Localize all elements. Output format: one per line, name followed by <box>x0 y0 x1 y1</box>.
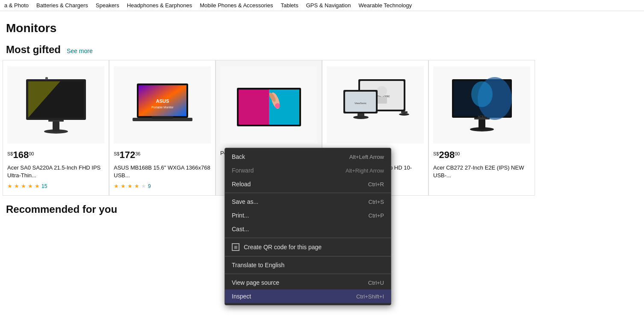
nav-item-mobile[interactable]: Mobile Phones & Accessories <box>200 2 273 9</box>
svg-point-20 <box>275 103 280 108</box>
nav-bar: a & Photo Batteries & Chargers Speakers … <box>0 0 644 11</box>
svg-rect-14 <box>152 116 173 119</box>
product-image-3 <box>220 66 317 143</box>
context-menu-save-label: Save as... <box>232 198 258 205</box>
context-menu-print-label: Print... <box>232 212 249 219</box>
section-title: Most gifted <box>6 44 61 56</box>
nav-item-tablets[interactable]: Tablets <box>281 2 298 9</box>
nav-item-photo[interactable]: a & Photo <box>4 2 29 9</box>
svg-rect-38 <box>474 118 490 119</box>
product-image-4: ViewSonic ViewSonic <box>327 66 424 143</box>
svg-text:ASUS: ASUS <box>156 98 169 104</box>
context-menu-reload[interactable]: Reload Ctrl+R <box>225 177 391 191</box>
product-card-5[interactable]: ACER S$29800 Acer CB272 27-Inch E2E (IPS… <box>428 60 535 196</box>
context-menu-forward-label: Forward <box>232 167 254 174</box>
svg-text:Portable Monitor: Portable Monitor <box>151 106 174 109</box>
context-menu-reload-shortcut: Ctrl+R <box>368 181 384 188</box>
nav-item-speakers[interactable]: Speakers <box>96 2 119 9</box>
context-menu-back-label: Back <box>232 153 245 160</box>
nav-item-gps[interactable]: GPS & Navigation <box>306 2 351 9</box>
context-menu-save[interactable]: Save as... Ctrl+S <box>225 195 391 209</box>
product-title-2: ASUS MB168B 15.6" WXGA 1366x768 USB... <box>114 164 211 179</box>
context-menu-back-shortcut: Alt+Left Arrow <box>349 154 384 160</box>
svg-rect-40 <box>479 119 485 129</box>
price-5: S$29800 <box>433 149 530 161</box>
context-menu-save-shortcut: Ctrl+S <box>369 199 384 205</box>
context-menu-back[interactable]: Back Alt+Left Arrow <box>225 150 391 164</box>
nav-item-wearable[interactable]: Wearable Technology <box>358 2 412 9</box>
svg-rect-5 <box>48 120 64 122</box>
product-title-5: Acer CB272 27-Inch E2E (IPS) NEW USB-... <box>433 164 530 179</box>
see-more-link[interactable]: See more <box>67 48 93 54</box>
product-card-1[interactable]: S$16800 Acer SA0 SA220A 21.5-Inch FHD IP… <box>3 60 109 196</box>
context-menu[interactable]: Back Alt+Left Arrow Forward Alt+Right Ar… <box>225 148 391 220</box>
product-card-2[interactable]: ASUS Portable Monitor S$17236 ASUS MB168… <box>109 60 216 196</box>
review-count-1: 15 <box>41 183 47 189</box>
svg-rect-31 <box>401 111 408 113</box>
context-menu-print[interactable]: Print... Ctrl+P <box>225 209 391 220</box>
svg-point-32 <box>399 113 409 116</box>
product-image-5: ACER <box>433 66 530 143</box>
price-1: S$16800 <box>7 149 104 161</box>
context-menu-print-shortcut: Ctrl+P <box>369 212 384 219</box>
page-title: Monitors <box>0 11 644 39</box>
svg-text:ViewSonic: ViewSonic <box>354 102 366 104</box>
context-menu-forward: Forward Alt+Right Arrow <box>225 164 391 177</box>
nav-item-batteries[interactable]: Batteries & Chargers <box>36 2 88 9</box>
product-image-1 <box>7 66 104 143</box>
svg-point-36 <box>471 81 493 107</box>
context-menu-forward-shortcut: Alt+Right Arrow <box>346 167 384 174</box>
price-2: S$17236 <box>114 149 211 161</box>
product-image-2: ASUS Portable Monitor <box>114 66 211 143</box>
stars-1: ★ ★ ★ ★ ★ 15 <box>7 183 104 189</box>
nav-item-headphones[interactable]: Headphones & Earphones <box>127 2 192 9</box>
svg-point-24 <box>377 86 387 96</box>
svg-rect-7 <box>53 122 59 131</box>
context-menu-sep-1 <box>225 193 391 193</box>
most-gifted-header: Most gifted See more <box>0 39 644 60</box>
svg-rect-25 <box>377 97 387 104</box>
stars-2: ★ ★ ★ ★ ★ 9 <box>114 183 211 189</box>
svg-point-30 <box>353 116 369 119</box>
svg-text:ACER: ACER <box>478 115 486 118</box>
review-count-2: 9 <box>148 183 151 189</box>
svg-rect-4 <box>45 77 48 80</box>
product-title-1: Acer SA0 SA220A 21.5-Inch FHD IPS Ultra-… <box>7 164 104 179</box>
context-menu-reload-label: Reload <box>232 181 251 188</box>
